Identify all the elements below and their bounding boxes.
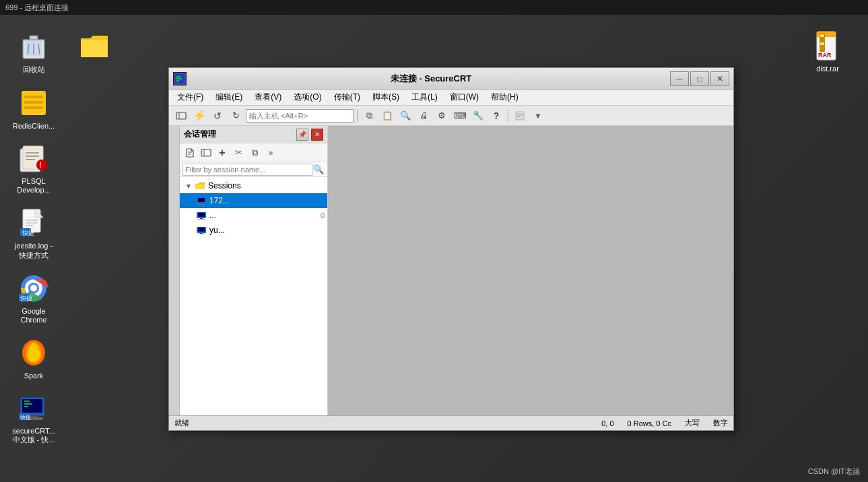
- quick-connect-btn[interactable]: ⚡: [191, 108, 207, 123]
- tree-session-2-label: ...: [209, 211, 216, 220]
- securecrt-window: 未连接 - SecureCRT ─ □ ✕ 文件(F) 编辑(E) 查看(V) …: [168, 67, 734, 431]
- sftp-btn[interactable]: 🔧: [470, 108, 486, 123]
- redis-icon: [18, 87, 50, 119]
- svg-rect-40: [820, 34, 824, 37]
- find-btn[interactable]: 🔍: [397, 108, 413, 123]
- tree-session-3-icon: [196, 225, 207, 236]
- vertical-tabs: 会话管理: [169, 126, 180, 415]
- tree-session-1-icon: [196, 195, 207, 206]
- svg-rect-51: [516, 112, 524, 120]
- session-filter-search-btn[interactable]: 🔍: [312, 164, 325, 176]
- desktop-icon-dist-rar[interactable]: RAR dist.rar: [801, 27, 855, 75]
- toolbar-sep-2: [508, 110, 508, 122]
- session-panel-close[interactable]: ✕: [311, 129, 323, 141]
- desktop-icon-folder-bottom[interactable]: [67, 27, 121, 67]
- session-panel-pin[interactable]: 📌: [296, 129, 308, 141]
- session-cut-btn[interactable]: ✂: [231, 146, 246, 160]
- tree-session-1-label: 172...: [209, 196, 230, 205]
- top-bar-title: 699 - 远程桌面连接: [5, 3, 69, 13]
- keymap-btn[interactable]: ⌨: [452, 108, 468, 123]
- chrome-icon: 快捷: [18, 272, 50, 304]
- dist-rar-icon: RAR: [811, 30, 844, 62]
- svg-text:RAR: RAR: [818, 52, 832, 59]
- svg-text:!: !: [39, 161, 42, 169]
- status-caps: 大写: [685, 418, 700, 428]
- minimize-button[interactable]: ─: [670, 71, 689, 86]
- desktop-icons-left: 回收站 RedisClien... !: [0, 20, 121, 482]
- maximize-button[interactable]: □: [690, 71, 709, 86]
- desktop-icon-jeesite[interactable]: 快捷 jeesite.log -快捷方式: [7, 204, 61, 262]
- menu-options[interactable]: 选项(O): [288, 90, 327, 104]
- jeesite-icon: 快捷: [18, 207, 50, 239]
- desktop-icons-right: RAR dist.rar: [794, 20, 861, 82]
- session-filter-input[interactable]: [182, 164, 312, 176]
- session-properties-btn[interactable]: [182, 146, 197, 160]
- svg-rect-65: [198, 219, 205, 219]
- tree-session-2[interactable]: ... 0: [180, 208, 327, 223]
- menu-tools[interactable]: 工具(L): [406, 90, 443, 104]
- desktop-icon-spark[interactable]: Spark: [7, 334, 61, 382]
- desktop: 699 - 远程桌面连接 回收站: [0, 0, 868, 482]
- svg-rect-56: [201, 149, 211, 156]
- menu-transfer[interactable]: 传输(T): [329, 90, 366, 104]
- help-btn[interactable]: ?: [488, 108, 504, 123]
- connect-btn[interactable]: [173, 108, 189, 123]
- tree-folder-icon: [195, 180, 205, 191]
- tree-session-2-icon: [196, 210, 207, 221]
- plsql-icon: !: [18, 142, 50, 174]
- host-input[interactable]: [246, 109, 354, 123]
- session-panel: 会话管理 📌 ✕: [180, 126, 328, 415]
- toolbar-1: ⚡ ↺ ↻ ⧉ 📋 🔍 🖨 ⚙ ⌨ 🔧 ? ▼: [169, 106, 733, 126]
- tree-session-2-suffix: 0: [321, 211, 325, 219]
- session-filter: 🔍: [180, 162, 327, 177]
- svg-point-12: [36, 160, 47, 170]
- recycle-bin-label: 回收站: [23, 65, 45, 75]
- svg-text:快捷: 快捷: [20, 415, 31, 421]
- svg-rect-69: [198, 234, 205, 234]
- menu-script[interactable]: 脚本(S): [367, 90, 405, 104]
- menu-edit[interactable]: 编辑(E): [210, 90, 248, 104]
- tree-session-3[interactable]: yu...: [180, 223, 327, 238]
- tree-sessions-label: Sessions: [208, 181, 241, 191]
- print-btn[interactable]: 🖨: [415, 108, 432, 123]
- session-new-btn[interactable]: +: [215, 146, 230, 160]
- desktop-icon-plsql[interactable]: ! PLSQLDevelop...: [7, 139, 61, 197]
- settings-btn[interactable]: ⚙: [434, 108, 450, 123]
- recycle-bin-icon: [18, 30, 50, 62]
- tree-expand-icon: ▼: [185, 182, 193, 190]
- svg-rect-63: [198, 213, 205, 217]
- close-button[interactable]: ✕: [710, 71, 729, 86]
- svg-rect-8: [24, 96, 43, 98]
- window-controls: ─ □ ✕: [670, 71, 729, 86]
- menu-view[interactable]: 查看(V): [249, 90, 287, 104]
- desktop-icon-chrome[interactable]: 快捷 GoogleChrome: [7, 269, 61, 327]
- more-btn[interactable]: ▼: [530, 108, 546, 123]
- tree-session-1[interactable]: 172...: [180, 193, 327, 208]
- desktop-icon-redis[interactable]: RedisClien...: [7, 84, 61, 133]
- tree-sessions-root[interactable]: ▼ Sessions: [180, 178, 327, 193]
- desktop-icon-securecrt-shortcut[interactable]: 快捷 secureCRT...中文版 - 快...: [7, 389, 61, 447]
- reconnect-btn[interactable]: ↺: [209, 108, 226, 123]
- title-bar: 未连接 - SecureCRT ─ □ ✕: [169, 68, 733, 90]
- extra-btn[interactable]: [512, 108, 528, 123]
- copy-btn[interactable]: ⧉: [361, 108, 377, 123]
- top-bar: 699 - 远程桌面连接: [0, 0, 868, 15]
- menu-window[interactable]: 窗口(W): [444, 90, 484, 104]
- status-coords: 0, 0: [601, 419, 613, 427]
- chrome-label: GoogleChrome: [20, 307, 46, 324]
- desktop-icon-recycle[interactable]: 回收站: [7, 27, 61, 77]
- paste-btn[interactable]: 📋: [379, 108, 395, 123]
- session-connect-btn[interactable]: [199, 146, 213, 160]
- securecrt-shortcut-label: secureCRT...中文版 - 快...: [12, 427, 55, 444]
- status-bar: 就绪 0, 0 0 Rows, 0 Cc 大写 数字: [169, 415, 733, 430]
- reconnect2-btn[interactable]: ↻: [228, 108, 244, 123]
- menu-help[interactable]: 帮助(H): [486, 90, 524, 104]
- session-copy-btn[interactable]: ⧉: [247, 146, 262, 160]
- svg-rect-61: [198, 204, 205, 205]
- vertical-tab-sessions[interactable]: 会话管理: [169, 129, 180, 134]
- session-more-btn[interactable]: »: [263, 146, 278, 160]
- terminal-area[interactable]: [328, 126, 733, 415]
- menu-file[interactable]: 文件(F): [172, 90, 209, 104]
- svg-rect-67: [198, 228, 205, 232]
- svg-rect-9: [24, 106, 43, 109]
